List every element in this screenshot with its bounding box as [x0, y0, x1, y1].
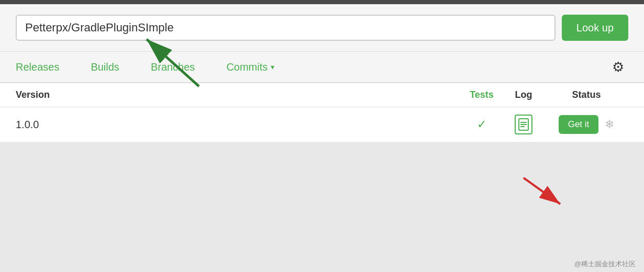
- log-document-icon[interactable]: [515, 115, 532, 134]
- snowflake-icon: ❄: [605, 118, 614, 131]
- nav-branches[interactable]: Branches: [135, 51, 211, 83]
- search-input[interactable]: [16, 15, 556, 41]
- settings-button[interactable]: ⚙: [607, 56, 628, 77]
- table-header: Version Tests Log Status: [0, 83, 644, 107]
- footer-text: @稀土掘金技术社区: [574, 259, 636, 269]
- nav-builds[interactable]: Builds: [75, 51, 135, 83]
- row-tests: ✓: [461, 118, 503, 131]
- column-header-tests: Tests: [461, 89, 503, 100]
- table-area: Version Tests Log Status 1.0.0 ✓ Get it …: [0, 83, 644, 142]
- get-it-button[interactable]: Get it: [559, 115, 599, 134]
- red-arrow-annotation: [518, 173, 571, 214]
- table-row: 1.0.0 ✓ Get it ❄: [0, 107, 644, 142]
- svg-line-7: [524, 178, 560, 204]
- column-header-log: Log: [503, 89, 545, 100]
- top-bar: [0, 0, 644, 4]
- lookup-button[interactable]: Look up: [562, 15, 628, 41]
- row-status: Get it ❄: [545, 115, 628, 134]
- commits-dropdown-arrow: ▾: [271, 63, 274, 71]
- nav-commits-label: Commits: [226, 61, 268, 73]
- nav-area: Releases Builds Branches Commits ▾ ⚙: [0, 52, 644, 83]
- search-area: Look up: [0, 4, 644, 52]
- nav-commits[interactable]: Commits ▾: [210, 51, 290, 83]
- column-header-status: Status: [545, 89, 628, 100]
- nav-releases[interactable]: Releases: [16, 51, 75, 83]
- row-log: [503, 115, 545, 134]
- gear-icon: ⚙: [612, 59, 624, 75]
- tests-checkmark-icon: ✓: [477, 118, 486, 131]
- row-version: 1.0.0: [16, 119, 173, 131]
- column-header-version: Version: [16, 89, 173, 100]
